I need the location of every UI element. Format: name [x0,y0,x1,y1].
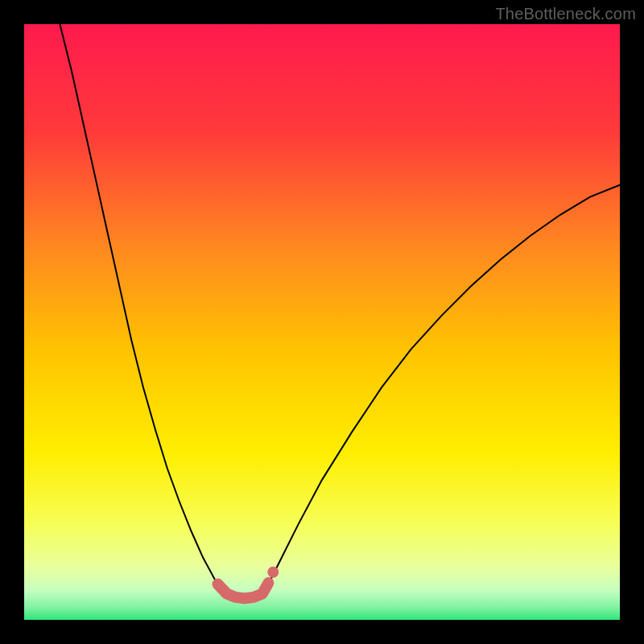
gradient-background [24,24,620,620]
watermark-text: TheBottleneck.com [495,5,636,23]
outer-frame: TheBottleneck.com [0,0,644,644]
chart-svg [24,24,620,620]
plot-area [24,24,620,620]
valley-end-dot [267,567,279,578]
